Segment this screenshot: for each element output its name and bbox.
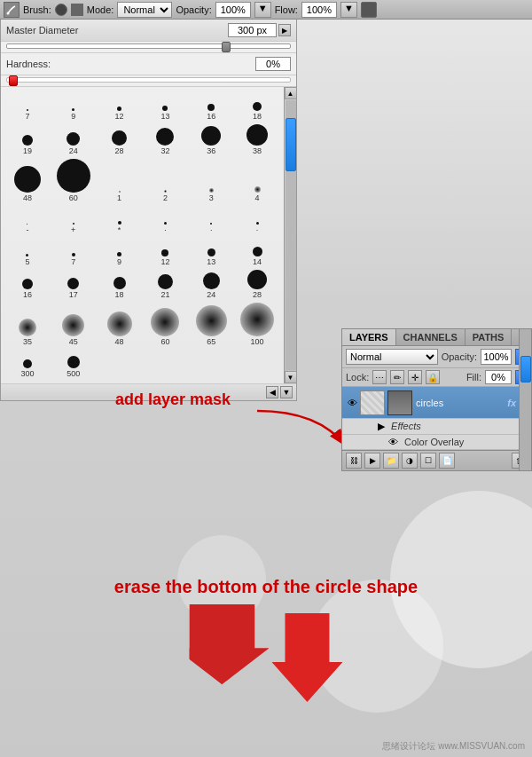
flow-input[interactable]: 100% (301, 2, 337, 18)
brush-cell[interactable]: 48 (4, 157, 51, 204)
brush-cell[interactable]: 38 (234, 122, 280, 157)
svg-marker-3 (272, 613, 343, 702)
lock-label: Lock: (346, 372, 369, 382)
brush-cell[interactable]: 12 (142, 236, 188, 268)
fill-label: Fill: (466, 372, 481, 382)
layer-row-circles[interactable]: 👁 circles fx ▼ (342, 387, 531, 419)
new-layer-btn[interactable]: 📄 (439, 453, 455, 469)
brush-cell[interactable]: · (188, 204, 234, 236)
brush-cell[interactable]: + (51, 204, 97, 236)
blend-mode-select[interactable]: Normal (346, 349, 438, 365)
airbrush-icon[interactable] (361, 2, 377, 18)
brush-cell[interactable]: 100 (234, 301, 280, 348)
brush-cell[interactable]: 9 (51, 91, 97, 122)
adjustment-btn[interactable]: ◑ (402, 453, 418, 469)
layer-fx-icon[interactable]: fx (507, 398, 516, 408)
footer-btn-1[interactable]: ◀ (266, 386, 278, 398)
brush-cell[interactable]: 13 (188, 236, 234, 268)
brush-cell[interactable]: 9 (97, 236, 143, 268)
brush-cell[interactable]: 21 (142, 268, 188, 301)
expand-btn[interactable]: ▶ (364, 453, 380, 469)
group-btn[interactable]: 📁 (383, 453, 399, 469)
lock-move-btn[interactable]: ✛ (408, 370, 422, 384)
layer-visibility-btn[interactable]: 👁 (346, 397, 358, 409)
brush-cell[interactable]: 3 (188, 157, 234, 204)
opacity-input[interactable]: 100% (481, 349, 512, 365)
brush-cell[interactable]: 24 (51, 122, 97, 157)
svg-point-0 (7, 12, 10, 14)
link-layers-btn[interactable]: ⛓ (346, 453, 362, 469)
brush-cell[interactable]: · (142, 204, 188, 236)
brush-cell[interactable]: 28 (234, 268, 280, 301)
hardness-slider-row (1, 75, 296, 87)
fill-input[interactable]: 0% (485, 370, 512, 384)
brush-cell[interactable]: 35 (4, 301, 51, 348)
effects-expand-icon[interactable]: ▶ (378, 421, 385, 431)
hardness-input[interactable]: 0% (255, 57, 291, 71)
brush-cell[interactable]: 300 (4, 348, 51, 380)
opacity-input[interactable]: 100% (215, 2, 251, 18)
hardness-slider-track[interactable] (6, 77, 291, 83)
tab-layers[interactable]: LAYERS (342, 329, 396, 345)
tab-channels[interactable]: CHANNELS (396, 329, 466, 345)
brush-cell[interactable]: 14 (234, 236, 280, 268)
mode-select[interactable]: Normal (117, 2, 172, 18)
brush-cell[interactable]: 45 (51, 301, 97, 348)
tab-paths[interactable]: PATHS (466, 329, 512, 345)
brush-cell[interactable]: 12 (97, 91, 143, 122)
brush-cell[interactable]: 500 (51, 348, 97, 380)
diameter-header: Master Diameter 300 px ▶ (1, 20, 296, 42)
scroll-thumb[interactable] (286, 118, 296, 171)
mask-arrow (248, 406, 355, 460)
flow-dropdown[interactable]: ▼ (340, 2, 357, 18)
brush-cell[interactable]: 5 (4, 236, 51, 268)
brush-cell[interactable]: 18 (234, 91, 280, 122)
brush-cell[interactable]: 7 (4, 91, 51, 122)
diameter-slider-track[interactable] (6, 43, 291, 49)
toolbar: Brush: Mode: Normal Opacity: 100% ▼ Flow… (0, 0, 532, 20)
brush-cell[interactable]: 28 (97, 122, 143, 157)
footer-btn-2[interactable]: ▼ (280, 386, 293, 398)
brush-cell[interactable]: 17 (51, 268, 97, 301)
brush-tool-icon[interactable] (4, 2, 20, 18)
diameter-label: Master Diameter (6, 25, 228, 35)
brush-size-icon[interactable] (55, 4, 67, 16)
brush-cell[interactable]: 2 (142, 157, 188, 204)
mode-label: Mode: (87, 4, 114, 15)
brush-cell[interactable]: 24 (188, 268, 234, 301)
diameter-slider-thumb[interactable] (222, 42, 231, 52)
brush-cell[interactable]: 19 (4, 122, 51, 157)
hardness-slider-thumb[interactable] (9, 75, 18, 86)
brush-cell[interactable]: 13 (142, 91, 188, 122)
scroll-up-btn[interactable]: ▲ (285, 87, 297, 99)
scroll-track[interactable] (286, 100, 296, 370)
diameter-arrow[interactable]: ▶ (278, 24, 291, 36)
diameter-input[interactable]: 300 px (228, 23, 277, 37)
brush-cell[interactable]: 32 (142, 122, 188, 157)
brush-cell[interactable]: 16 (188, 91, 234, 122)
lock-dots-btn[interactable]: ⋯ (372, 370, 387, 384)
brush-cell[interactable]: * (97, 204, 143, 236)
opacity-dropdown[interactable]: ▼ (254, 2, 271, 18)
brush-cell[interactable]: 65 (188, 301, 234, 348)
lock-paint-btn[interactable]: ✏ (390, 370, 404, 384)
brush-cell[interactable]: 36 (188, 122, 234, 157)
layers-scroll-thumb[interactable] (520, 356, 531, 382)
brush-cell[interactable]: 16 (4, 268, 51, 301)
lock-all-btn[interactable]: 🔒 (426, 370, 440, 384)
brush-cell[interactable]: 60 (142, 301, 188, 348)
scroll-down-btn[interactable]: ▼ (285, 371, 297, 383)
brush-cell[interactable]: 1 (97, 157, 143, 204)
brush-options-icon[interactable] (71, 4, 83, 16)
mask-btn[interactable]: ☐ (420, 453, 436, 469)
layers-scrollbar[interactable] (519, 329, 531, 470)
brush-cell[interactable]: 7 (51, 236, 97, 268)
brush-cell[interactable]: 18 (97, 268, 143, 301)
brush-cell[interactable]: 60 (51, 157, 97, 204)
brush-cell[interactable]: - (4, 204, 51, 236)
brush-cell[interactable]: 48 (97, 301, 143, 348)
brush-cell[interactable]: 4 (234, 157, 280, 204)
color-overlay-eye-icon[interactable]: 👁 (388, 437, 398, 447)
brush-cell[interactable]: · (234, 204, 280, 236)
brush-scrollbar[interactable]: ▲ ▼ (284, 87, 296, 383)
